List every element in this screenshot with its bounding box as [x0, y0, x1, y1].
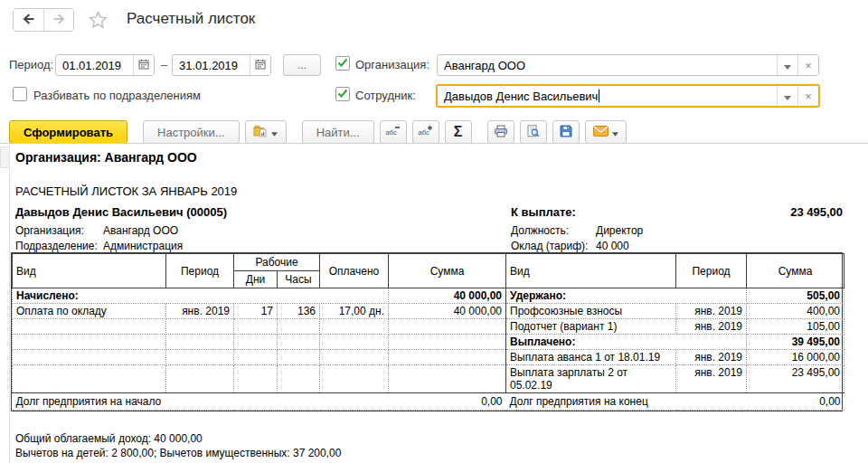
send-email-button[interactable]	[585, 120, 627, 144]
position-info-label: Должность:	[511, 224, 569, 237]
org-info-label: Организация:	[15, 224, 84, 237]
table-row: Начислено: 40 000,00 Удержано: 505,00	[13, 288, 844, 304]
payment-kind: Выплата аванса 1 от 18.01.19	[506, 350, 676, 365]
department-info-value: Администрация	[103, 240, 183, 252]
period-range-dash: –	[161, 58, 167, 71]
table-row: Выплачено: 39 495,00	[13, 335, 844, 350]
withholding-amount: 400,00	[747, 304, 844, 319]
checkmark-icon	[337, 88, 348, 101]
settings-button[interactable]: Настройки...	[143, 120, 240, 144]
withholding-period: янв. 2019	[676, 304, 747, 319]
forward-button[interactable]	[43, 9, 73, 31]
withholding-kind: Подотчет (вариант 1)	[506, 319, 676, 335]
payment-kind: Выплата зарплаты 2 от 05.02.19	[506, 365, 676, 393]
taxable-income-footer: Общий облагаемый доход: 40 000,00	[15, 432, 203, 445]
col-header-amount-right: Сумма	[747, 254, 844, 288]
accrued-total-value: 40 000,00	[389, 288, 506, 304]
payment-period: янв. 2019	[676, 365, 747, 393]
col-header-paid: Оплачено	[320, 254, 389, 288]
payslip-table: Вид Период Рабочие Оплачено Сумма Вид Пе…	[11, 252, 843, 411]
title-bar: Расчетный листок	[0, 0, 868, 42]
totals-sigma-button[interactable]: Σ	[445, 120, 472, 144]
period-from-value[interactable]: 01.01.2019	[56, 55, 133, 75]
col-header-days: Дни	[234, 271, 278, 288]
employee-checkbox[interactable]	[335, 87, 350, 101]
report-gutter-line	[9, 144, 10, 463]
accrual-amount: 40 000,00	[389, 304, 506, 319]
report-variants-button[interactable]	[245, 120, 287, 144]
col-header-hours: Часы	[278, 271, 320, 288]
withheld-total-label: Удержано:	[506, 288, 747, 304]
svg-text:абс: абс	[386, 128, 397, 137]
find-button[interactable]: Найти...	[302, 120, 374, 144]
report-gutter-cell	[0, 146, 10, 168]
employee-clear-button[interactable]: ×	[797, 86, 818, 106]
favorite-star-icon[interactable]	[89, 11, 108, 33]
withholding-kind: Профсоюзные взносы	[506, 304, 676, 319]
debt-row: Долг предприятия на начало 0,00 Долг пре…	[13, 393, 844, 411]
to-pay-value: 23 495,00	[790, 205, 843, 219]
accrual-days: 17	[234, 304, 278, 319]
salary-info-label: Оклад (тариф):	[511, 240, 588, 252]
position-info-value: Директор	[596, 224, 643, 237]
period-to-calendar-button[interactable]	[250, 55, 270, 75]
organization-dropdown-button[interactable]	[777, 55, 797, 75]
organization-label: Организация:	[355, 58, 429, 71]
save-button[interactable]	[552, 120, 580, 144]
table-header-row: Вид Период Рабочие Оплачено Сумма Вид Пе…	[13, 254, 844, 271]
split-by-department-checkbox[interactable]	[13, 87, 27, 101]
calendar-icon	[138, 59, 149, 72]
collapse-groups-button[interactable]: абс	[380, 120, 407, 144]
debt-end-value: 0,00	[747, 393, 844, 411]
period-to-value[interactable]: 31.01.2019	[173, 55, 250, 75]
col-header-kind-left: Вид	[13, 254, 166, 288]
debt-start-label: Долг предприятия на начало	[13, 393, 389, 411]
sigma-icon: Σ	[454, 124, 463, 140]
print-button[interactable]	[487, 120, 514, 144]
abc-minus-icon: абс	[385, 125, 401, 140]
expand-groups-button[interactable]: абс	[412, 120, 439, 144]
period-label: Период:	[9, 58, 53, 71]
to-pay-label: К выплате:	[511, 205, 576, 219]
withholding-period: янв. 2019	[676, 319, 747, 335]
accrual-kind: Оплата по окладу	[13, 304, 166, 319]
clear-x-icon: ×	[805, 90, 812, 102]
generate-button[interactable]: Сформировать	[9, 120, 127, 144]
organization-value[interactable]: Авангард ООО	[438, 55, 777, 75]
paid-out-total-label: Выплачено:	[506, 335, 747, 350]
period-from-calendar-button[interactable]	[133, 55, 154, 75]
org-info-value: Авангард ООО	[103, 224, 178, 237]
period-from-field[interactable]: 01.01.2019	[55, 54, 155, 76]
report-variants-folder-icon	[253, 125, 268, 140]
dropdown-arrow-icon	[784, 90, 791, 103]
organization-checkbox[interactable]	[335, 56, 350, 71]
report-employee-title: Давыдов Денис Васильевич (00005)	[15, 205, 227, 219]
back-button[interactable]	[14, 9, 43, 31]
svg-text:абс: абс	[419, 128, 429, 137]
employee-dropdown-button[interactable]	[777, 86, 797, 106]
employee-label: Сотрудник:	[355, 89, 416, 102]
report-period-title: РАСЧЕТНЫЙ ЛИСТОК ЗА ЯНВАРЬ 2019	[15, 184, 237, 198]
debt-start-value: 0,00	[389, 393, 506, 411]
period-more-button[interactable]: ...	[283, 54, 321, 76]
salary-info-value: 40 000	[596, 240, 629, 252]
checkmark-icon	[337, 57, 348, 71]
organization-combo[interactable]: Авангард ООО ×	[437, 54, 819, 76]
withholding-amount: 105,00	[747, 319, 844, 335]
table-row: Выплата аванса 1 от 18.01.19 янв. 2019 1…	[13, 350, 844, 365]
abc-plus-icon: абс	[418, 125, 433, 140]
department-info-label: Подразделение:	[15, 240, 98, 252]
accrual-hours: 136	[278, 304, 320, 319]
organization-clear-button[interactable]: ×	[797, 55, 818, 75]
col-header-period-left: Период	[166, 254, 234, 288]
employee-combo[interactable]: Давыдов Денис Васильевич ×	[436, 84, 820, 108]
floppy-disk-icon	[560, 125, 572, 140]
accrued-total-label: Начислено:	[13, 288, 389, 304]
report-organization-title: Организация: Авангард ООО	[15, 150, 197, 165]
col-header-amount-left: Сумма	[389, 254, 506, 288]
debt-end-label: Долг предприятия на конец	[506, 393, 747, 411]
preview-magnifier-icon	[526, 125, 540, 140]
print-preview-button[interactable]	[520, 120, 547, 144]
employee-value[interactable]: Давыдов Денис Васильевич	[438, 86, 777, 106]
period-to-field[interactable]: 31.01.2019	[172, 54, 271, 76]
